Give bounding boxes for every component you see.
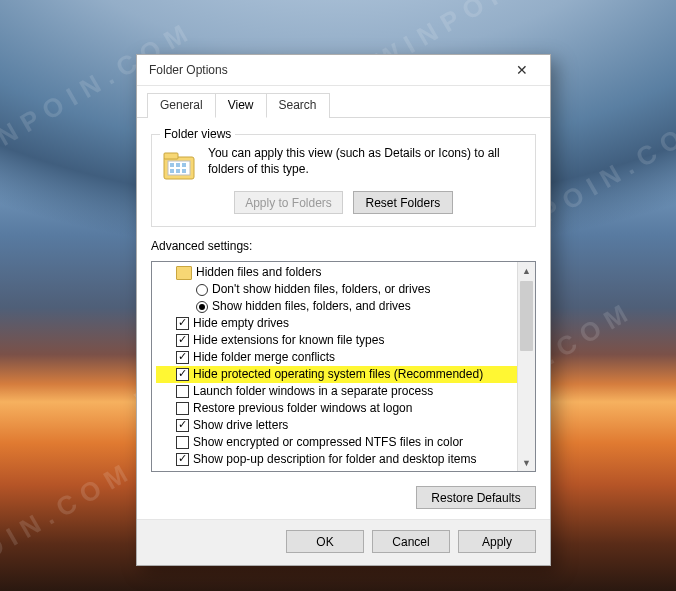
tree-label: Don't show hidden files, folders, or dri… — [212, 281, 430, 298]
tree-label: Hide empty drives — [193, 315, 289, 332]
tab-general[interactable]: General — [147, 93, 216, 118]
tab-view[interactable]: View — [215, 93, 267, 118]
reset-folders-button[interactable]: Reset Folders — [353, 191, 453, 214]
checkbox-icon[interactable] — [176, 385, 189, 398]
svg-rect-8 — [182, 169, 186, 173]
tree-node-hidden-files[interactable]: Hidden files and folders — [156, 264, 517, 281]
option-hide-empty-drives[interactable]: Hide empty drives — [156, 315, 517, 332]
apply-to-folders-button: Apply to Folders — [234, 191, 343, 214]
titlebar[interactable]: Folder Options ✕ — [137, 55, 550, 86]
desktop-wallpaper: WINPOIN.COM WINPOIN.COM WINPOIN.COM WINP… — [0, 0, 676, 591]
apply-button[interactable]: Apply — [458, 530, 536, 553]
tab-search[interactable]: Search — [266, 93, 330, 118]
tree-label: Show drive letters — [193, 417, 288, 434]
scroll-down-button[interactable]: ▼ — [518, 454, 535, 471]
svg-rect-7 — [176, 169, 180, 173]
checkbox-icon[interactable] — [176, 351, 189, 364]
tree-label: Hide extensions for known file types — [193, 332, 384, 349]
tree-label: Show encrypted or compressed NTFS files … — [193, 434, 463, 451]
restore-defaults-button[interactable]: Restore Defaults — [416, 486, 536, 509]
treeview-scrollbar[interactable]: ▲ ▼ — [517, 262, 535, 471]
option-hide-extensions[interactable]: Hide extensions for known file types — [156, 332, 517, 349]
folder-views-group: Folder views You can apply this view (su… — [151, 134, 536, 227]
checkbox-icon[interactable] — [176, 453, 189, 466]
cancel-button[interactable]: Cancel — [372, 530, 450, 553]
option-hide-merge-conflicts[interactable]: Hide folder merge conflicts — [156, 349, 517, 366]
folder-views-text: You can apply this view (such as Details… — [208, 145, 525, 177]
tree-label: Launch folder windows in a separate proc… — [193, 383, 433, 400]
dialog-button-row: OK Cancel Apply — [137, 519, 550, 565]
scroll-up-button[interactable]: ▲ — [518, 262, 535, 279]
scroll-track[interactable] — [518, 279, 535, 454]
ok-button[interactable]: OK — [286, 530, 364, 553]
option-dont-show-hidden[interactable]: Don't show hidden files, folders, or dri… — [156, 281, 517, 298]
checkbox-icon[interactable] — [176, 402, 189, 415]
tabstrip: General View Search — [137, 86, 550, 118]
advanced-settings-tree: Hidden files and folders Don't show hidd… — [151, 261, 536, 472]
svg-rect-5 — [182, 163, 186, 167]
option-restore-previous-windows[interactable]: Restore previous folder windows at logon — [156, 400, 517, 417]
close-icon: ✕ — [516, 62, 528, 78]
close-button[interactable]: ✕ — [502, 55, 542, 85]
treeview-list[interactable]: Hidden files and folders Don't show hidd… — [152, 262, 517, 471]
advanced-settings-label: Advanced settings: — [151, 239, 536, 253]
option-show-hidden[interactable]: Show hidden files, folders, and drives — [156, 298, 517, 315]
dialog-title: Folder Options — [149, 63, 502, 77]
scroll-thumb[interactable] — [520, 281, 533, 351]
radio-icon[interactable] — [196, 301, 208, 313]
option-show-popup-description[interactable]: Show pop-up description for folder and d… — [156, 451, 517, 468]
checkbox-icon[interactable] — [176, 334, 189, 347]
svg-rect-3 — [170, 163, 174, 167]
tree-label: Show hidden files, folders, and drives — [212, 298, 411, 315]
folder-icon — [176, 266, 192, 280]
option-show-encrypted-color[interactable]: Show encrypted or compressed NTFS files … — [156, 434, 517, 451]
checkbox-icon[interactable] — [176, 317, 189, 330]
option-hide-protected-os-files[interactable]: Hide protected operating system files (R… — [156, 366, 517, 383]
checkbox-icon[interactable] — [176, 436, 189, 449]
tree-label: Hide protected operating system files (R… — [193, 366, 483, 383]
folder-options-dialog: Folder Options ✕ General View Search Fol… — [136, 54, 551, 566]
option-show-drive-letters[interactable]: Show drive letters — [156, 417, 517, 434]
svg-rect-1 — [164, 153, 178, 159]
folder-views-icon — [162, 147, 198, 183]
tree-label: Hidden files and folders — [196, 264, 321, 281]
svg-rect-4 — [176, 163, 180, 167]
watermark-text: WINPOIN.COM — [0, 455, 140, 591]
tree-label: Restore previous folder windows at logon — [193, 400, 412, 417]
checkbox-icon[interactable] — [176, 368, 189, 381]
radio-icon[interactable] — [196, 284, 208, 296]
tree-label: Show pop-up description for folder and d… — [193, 451, 477, 468]
tab-panel-view: Folder views You can apply this view (su… — [137, 118, 550, 519]
tree-label: Hide folder merge conflicts — [193, 349, 335, 366]
option-launch-separate-process[interactable]: Launch folder windows in a separate proc… — [156, 383, 517, 400]
folder-views-legend: Folder views — [160, 127, 235, 141]
svg-rect-6 — [170, 169, 174, 173]
checkbox-icon[interactable] — [176, 419, 189, 432]
